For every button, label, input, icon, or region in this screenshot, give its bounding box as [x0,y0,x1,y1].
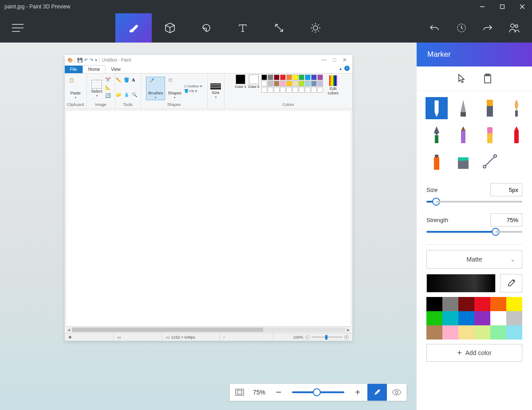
undo-button[interactable] [421,13,448,43]
palette-swatch[interactable] [490,311,506,325]
paint-brushes-label: Brushes [148,91,163,95]
svg-line-15 [318,24,319,25]
paint-tab-view: View [106,66,126,73]
close-button[interactable] [512,0,532,13]
palette-swatch[interactable] [506,311,522,325]
svg-rect-19 [236,389,244,395]
paint-dimensions: 1152 × 648px [171,335,196,340]
eyedropper-button[interactable] [500,274,522,293]
add-color-button[interactable]: + Add color [426,344,522,362]
palette-swatch[interactable] [426,297,442,311]
brush-crayon[interactable] [505,124,528,146]
svg-point-18 [515,25,518,27]
svg-rect-28 [435,135,438,143]
paint-shapes-label: Shapes [168,91,181,95]
brush-marker[interactable] [426,97,448,119]
tab-canvas[interactable] [261,13,297,43]
paste-tool-button[interactable] [484,74,492,83]
palette-swatch[interactable] [458,325,474,340]
view-mode-button[interactable] [387,384,406,401]
canvas-area[interactable]: 🎨 | 💾 ↶ ↷ ▾ | Untitled - Paint — □ ✕ Fil… [0,43,417,410]
svg-point-17 [511,24,514,27]
tab-effects[interactable] [297,13,334,43]
palette-swatch[interactable] [474,325,490,340]
brush-eraser[interactable] [479,124,501,146]
dimensions-icon: ▭ [166,335,170,340]
brush-spray[interactable] [426,150,448,172]
paint-color1-label: Color 1 [235,85,246,89]
tab-text[interactable] [225,13,261,43]
redo-icon: ↷ [90,58,93,62]
brush-fountain[interactable] [452,97,474,119]
paint-fill-label: Fill [189,89,194,93]
tab-3d[interactable] [152,13,188,43]
redo-button[interactable] [474,13,501,43]
community-button[interactable] [501,13,528,43]
brush-fill[interactable] [452,150,474,172]
paint-size-label: Size [212,90,220,95]
paint-scrollbar-horizontal: ◀▶ [66,327,351,333]
paint-tab-file: File [65,66,83,73]
brush-pencil[interactable] [452,124,474,146]
svg-point-39 [513,280,515,281]
palette-swatch[interactable] [474,297,490,311]
palette-swatch[interactable] [458,311,474,325]
minimize-button[interactable] [472,0,492,13]
paint-group-shapes: Shapes [167,102,181,108]
palette-swatch[interactable] [490,325,506,340]
maximize-button[interactable] [492,0,512,13]
palette-swatch[interactable] [506,325,522,340]
zoom-slider[interactable] [292,391,344,393]
zoom-out-button[interactable]: − [269,384,288,401]
svg-rect-1 [500,5,504,9]
current-color-swatch[interactable] [426,274,496,293]
zoom-in-button[interactable]: + [348,384,367,401]
svg-line-36 [485,156,495,167]
palette-swatch[interactable] [474,311,490,325]
strength-slider[interactable] [426,231,522,233]
palette-swatch[interactable] [442,297,458,311]
svg-point-21 [395,391,398,394]
palette-swatch[interactable] [426,325,442,340]
titlebar: paint.jpg - Paint 3D Preview [0,0,532,13]
svg-rect-34 [434,157,439,170]
brush-ink[interactable] [426,124,448,146]
brush-highlighter[interactable] [479,97,501,119]
filesize-icon: ▫ [224,335,225,340]
select-tool-button[interactable] [457,74,466,83]
brush-calligraphy[interactable] [505,97,528,119]
svg-line-14 [312,31,313,31]
paint-maximize-icon: □ [333,57,336,63]
paint-select-label: Select [91,89,102,94]
size-input[interactable] [490,183,522,196]
svg-rect-27 [515,110,518,117]
material-select[interactable]: Matte ⌄ [426,250,522,269]
strength-input[interactable] [490,213,522,226]
tab-stickers[interactable] [188,13,225,43]
size-slider[interactable] [426,201,522,203]
brush-line[interactable] [479,150,501,172]
plus-icon: + [457,348,462,358]
palette-swatch[interactable] [442,325,458,340]
size-label: Size [426,187,437,193]
paint-close-icon: ✕ [343,57,347,63]
menu-button[interactable] [0,13,35,43]
paint-icon: 🎨 [67,58,73,62]
palette-swatch[interactable] [442,311,458,325]
edit-mode-button[interactable] [367,384,387,401]
svg-rect-33 [435,155,438,157]
sidebar-title: Marker [417,43,532,66]
main-toolbar [0,13,532,43]
save-icon: 💾 [77,58,83,62]
palette-swatch[interactable] [506,297,522,311]
fit-to-screen-button[interactable] [230,384,249,401]
brush-grid [417,91,532,179]
paint-group-tools: Tools [123,102,132,108]
paint-color-swatches [261,74,323,93]
palette-swatch[interactable] [426,311,442,325]
paint-group-colors: Colors [282,102,294,108]
palette-swatch[interactable] [490,297,506,311]
tab-brushes[interactable] [115,13,152,43]
history-button[interactable] [448,13,474,43]
palette-swatch[interactable] [458,297,474,311]
